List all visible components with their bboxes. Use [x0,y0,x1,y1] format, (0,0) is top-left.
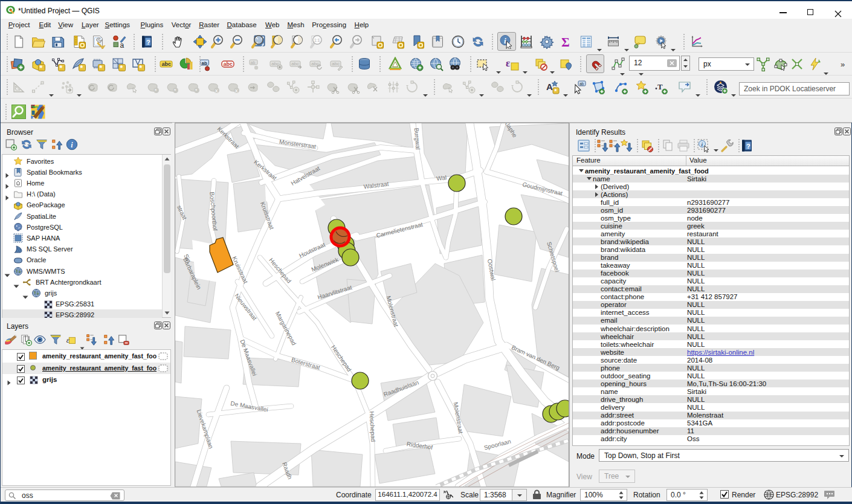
svg-text:a: a [120,41,124,49]
svg-text:ab: ab [251,60,256,65]
svg-text:ε: ε [506,57,510,69]
svg-text:abc: abc [332,61,340,66]
svg-text:i: i [504,36,506,45]
svg-text:1:1: 1:1 [314,38,320,42]
svg-text:ab: ab [202,60,207,66]
svg-text:abc: abc [224,61,233,67]
svg-text:*: * [80,64,83,71]
svg-text:Σ: Σ [561,35,570,50]
svg-text:ab: ab [579,82,584,86]
svg-text:*: * [195,88,198,94]
svg-text:x: x [215,88,218,94]
svg-text:*: * [40,64,43,71]
svg-text:abc: abc [162,61,172,67]
svg-text:?: ? [146,39,150,46]
svg-text:Wal: Wal [436,174,447,182]
svg-text:*: * [120,64,123,71]
svg-text:abc: abc [291,61,299,66]
svg-text:*: * [155,88,157,94]
svg-text:*: * [140,64,143,71]
svg-text:*: * [174,88,176,94]
svg-text:x: x [235,88,238,94]
svg-text:T: T [657,82,663,91]
svg-text:*: * [60,64,63,71]
svg-text:*: * [100,64,103,71]
svg-text:?: ? [746,143,750,150]
svg-text:*: * [554,88,557,95]
